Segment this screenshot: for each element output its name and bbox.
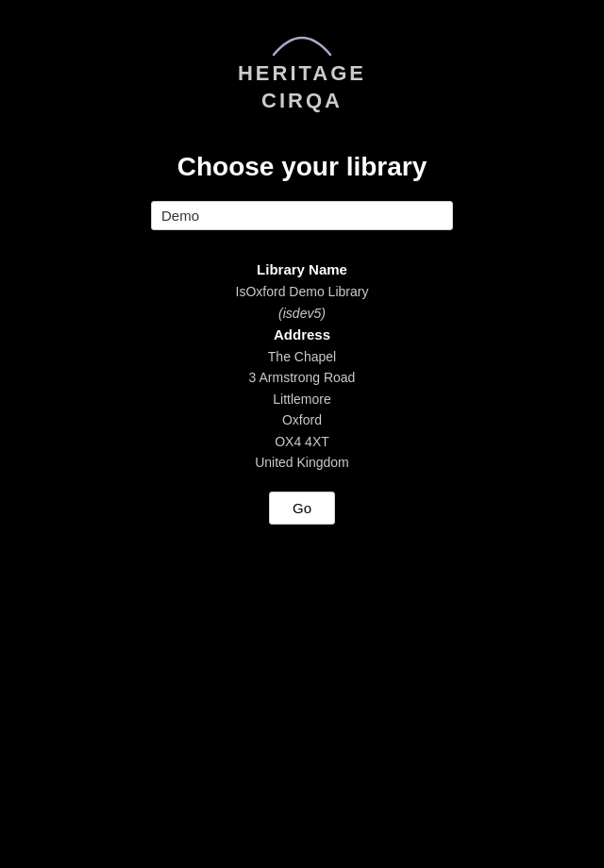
logo-container: HERITAGE CIRQA [238,19,366,114]
library-card: Library Name IsOxford Demo Library (isde… [236,259,369,473]
go-button[interactable]: Go [269,492,335,525]
library-address-line3: Littlemore [236,389,369,409]
page-title: Choose your library [177,152,428,182]
logo-line2: CIRQA [261,89,343,112]
logo-arc-icon [264,19,340,57]
logo-text: HERITAGE CIRQA [238,60,366,114]
logo-line1: HERITAGE [238,61,366,85]
library-address-line5: OX4 4XT [236,431,369,452]
library-name-value: IsOxford Demo Library [236,281,369,302]
library-name-qualifier: (isdev5) [236,303,369,324]
library-address-line6: United Kingdom [236,452,369,473]
library-search-input[interactable] [151,201,453,230]
library-address-line1: The Chapel [236,346,369,367]
library-address-line4: Oxford [236,409,369,430]
library-name-label: Library Name [236,259,369,281]
library-address-label: Address [236,324,369,346]
library-address-line2: 3 Armstrong Road [236,367,369,388]
